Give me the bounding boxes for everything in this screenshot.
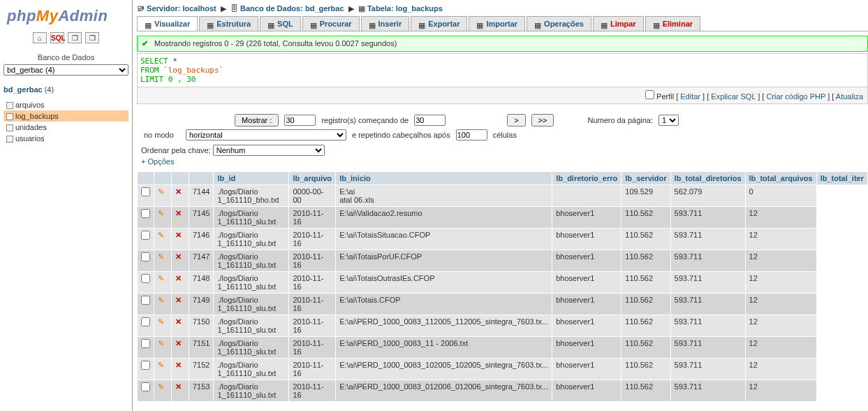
tab-limpar[interactable]: ▦Limpar [593, 16, 644, 31]
edit-icon[interactable]: ✎ [158, 252, 168, 262]
cell-lb_arquivo: ./logs/Diario 1_161110_slu.txt [214, 359, 289, 380]
edit-sql-link[interactable]: Editar [680, 92, 700, 101]
sort-select[interactable]: Nenhum [213, 145, 325, 156]
row-checkbox[interactable] [141, 231, 150, 240]
mode-select[interactable]: horizontal [186, 129, 346, 140]
col-lb_total_diretorios[interactable]: lb_total_diretorios [670, 172, 745, 185]
db-select[interactable]: bd_gerbac (4) [3, 64, 128, 75]
query-icon[interactable]: ❐ [85, 32, 99, 43]
check-icon: ✔ [142, 39, 148, 48]
tab-importar[interactable]: ▦Importar [469, 16, 525, 31]
edit-icon[interactable]: ✎ [158, 361, 168, 370]
row-checkbox[interactable] [141, 382, 150, 391]
cell-lb_inicio: 2010-11-16 [289, 207, 336, 229]
table-item-usuarios[interactable]: usuarios [3, 133, 128, 144]
cell-lb_id: 7146 [189, 229, 214, 250]
cell-lb_diretorio_erro: E:\ai\Totais.CFOP [336, 294, 552, 315]
delete-icon[interactable]: ✕ [175, 361, 185, 370]
cell-lb_inicio: 2010-11-16 [289, 359, 336, 380]
last-button[interactable]: >> [531, 114, 554, 127]
delete-icon[interactable]: ✕ [175, 231, 185, 240]
tab-procurar[interactable]: ▦Procurar [302, 16, 360, 31]
col-lb_total_iter[interactable]: lb_total_iter [816, 172, 867, 185]
row-checkbox[interactable] [141, 317, 150, 326]
next-button[interactable]: > [507, 114, 525, 127]
logo[interactable]: phpMyAdmin [3, 3, 128, 31]
delete-icon[interactable]: ✕ [175, 252, 185, 262]
explain-sql-link[interactable]: Explicar SQL [711, 92, 756, 101]
db-link[interactable]: bd_gerbac (4) [3, 81, 128, 96]
docs-icon[interactable]: ❐ [68, 32, 82, 43]
edit-icon[interactable]: ✎ [158, 274, 168, 284]
row-checkbox[interactable] [141, 296, 150, 305]
delete-icon[interactable]: ✕ [175, 274, 185, 284]
table-item-unidades[interactable]: unidades [3, 122, 128, 133]
delete-icon[interactable]: ✕ [175, 382, 185, 392]
col-lb_servidor[interactable]: lb_servidor [621, 172, 670, 185]
cell-lb_servidor: bhoserver1 [552, 229, 621, 250]
tab-estrutura[interactable]: ▦Estrutura [199, 16, 258, 31]
cell-lb_servidor: bhoserver1 [552, 359, 621, 380]
edit-icon[interactable]: ✎ [158, 209, 168, 219]
cell-lb_total_arquivos: 593.711 [670, 359, 745, 380]
cell-lb_total_diretorios: 110.562 [621, 380, 670, 402]
cell-lb_id: 7149 [189, 294, 214, 315]
delete-icon[interactable]: ✕ [175, 209, 185, 219]
row-checkbox[interactable] [141, 274, 150, 283]
tab-exportar[interactable]: ▦Exportar [411, 16, 467, 31]
create-php-link[interactable]: Criar código PHP [766, 92, 825, 101]
edit-icon[interactable]: ✎ [158, 339, 168, 349]
profile-checkbox[interactable] [645, 90, 654, 99]
table-icon: ▦ [358, 4, 365, 13]
row-checkbox[interactable] [141, 361, 150, 370]
repeat-input[interactable] [456, 129, 487, 140]
cell-lb_total_diretorios: 110.562 [621, 229, 670, 250]
tab-visualizar[interactable]: ▦Visualizar [137, 16, 198, 31]
refresh-link[interactable]: Atualiza [836, 92, 863, 101]
edit-icon[interactable]: ✎ [158, 382, 168, 392]
tab-eliminar[interactable]: ▦Eliminar [645, 16, 700, 31]
col-lb_id[interactable]: lb_id [214, 172, 289, 185]
table-row: ✎✕7153./logs/Diario 1_161110_slu.txt2010… [138, 380, 868, 402]
cell-lb_id: 7151 [189, 337, 214, 359]
edit-icon[interactable]: ✎ [158, 187, 168, 197]
sql-icon[interactable]: SQL [50, 32, 64, 43]
tab-sql[interactable]: ▦SQL [260, 16, 301, 31]
edit-icon[interactable]: ✎ [158, 296, 168, 305]
rows-input[interactable] [284, 115, 316, 126]
bc-db[interactable]: Banco de Dados: bd_gerbac [240, 4, 344, 13]
show-button[interactable]: Mostrar : [235, 114, 279, 127]
table-item-log_backups[interactable]: log_backups [3, 110, 128, 122]
cell-lb_arquivo: ./logs/Diario 1_161110_slu.txt [214, 250, 289, 272]
edit-icon[interactable]: ✎ [158, 231, 168, 240]
col-lb_arquivo[interactable]: lb_arquivo [289, 172, 336, 185]
cell-lb_arquivo: ./logs/Diario 1_161110_slu.txt [214, 380, 289, 402]
tab-operações[interactable]: ▦Operações [527, 16, 591, 31]
col-spacer [154, 172, 172, 185]
row-checkbox[interactable] [141, 209, 150, 218]
table-icon [6, 136, 13, 143]
row-checkbox[interactable] [141, 187, 150, 196]
tables-list: arquivoslog_backupsunidadesusuarios [3, 99, 128, 144]
delete-icon[interactable]: ✕ [175, 317, 185, 327]
delete-icon[interactable]: ✕ [175, 187, 185, 197]
bc-table[interactable]: Tabela: log_backups [367, 4, 443, 13]
home-icon[interactable]: ⌂ [33, 32, 47, 43]
row-checkbox[interactable] [141, 252, 150, 261]
cell-lb_diretorio_erro: E:\ai\PERD_1000_0083_012006_012006_sinte… [336, 380, 552, 402]
page-select[interactable]: 1 [659, 115, 679, 126]
table-item-arquivos[interactable]: arquivos [3, 99, 128, 110]
cell-lb_total_diretorios: 110.562 [621, 315, 670, 337]
edit-icon[interactable]: ✎ [158, 317, 168, 327]
row-checkbox[interactable] [141, 339, 150, 348]
table-row: ✎✕7151./logs/Diario 1_161110_slu.txt2010… [138, 337, 868, 359]
delete-icon[interactable]: ✕ [175, 296, 185, 305]
col-lb_total_arquivos[interactable]: lb_total_arquivos [745, 172, 816, 185]
delete-icon[interactable]: ✕ [175, 339, 185, 349]
start-input[interactable] [414, 115, 446, 126]
col-lb_inicio[interactable]: lb_inicio [336, 172, 552, 185]
options-link[interactable]: + Opções [141, 157, 174, 166]
col-lb_diretorio_erro[interactable]: lb_diretorio_erro [552, 172, 621, 185]
tab-inserir[interactable]: ▦Inserir [361, 16, 410, 31]
bc-server[interactable]: Servidor: localhost [147, 4, 216, 13]
